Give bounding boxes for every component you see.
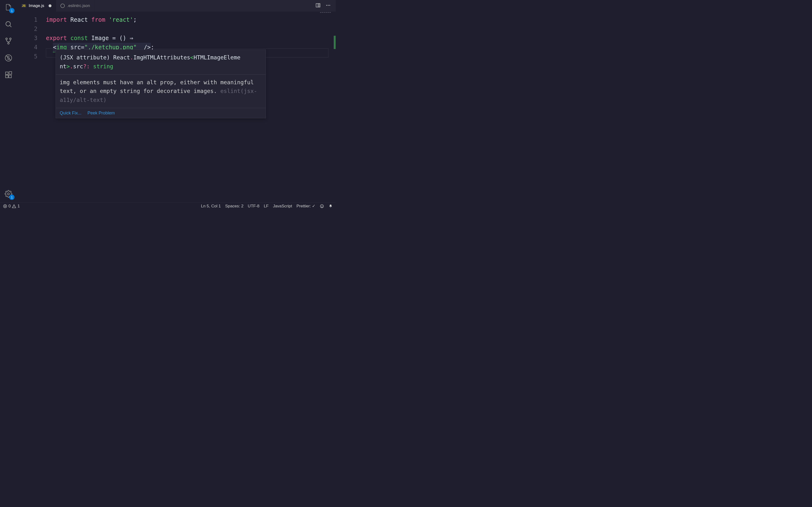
modified-dot-icon xyxy=(49,4,51,7)
extensions-icon[interactable] xyxy=(4,70,13,80)
minimap[interactable] xyxy=(320,12,331,15)
tab-label: .eslintrc.json xyxy=(67,3,90,8)
svg-rect-5 xyxy=(6,72,8,74)
source-control-icon[interactable] xyxy=(4,36,13,46)
tab-eslintrc[interactable]: .eslintrc.json xyxy=(56,0,95,12)
settings-badge: 1 xyxy=(9,194,14,200)
activity-bar: 1 xyxy=(0,0,17,202)
settings-gear-icon[interactable]: 1 xyxy=(4,189,13,199)
js-file-icon: JS xyxy=(21,4,27,8)
explorer-badge: 1 xyxy=(9,8,14,13)
search-icon[interactable] xyxy=(4,19,13,29)
more-actions-icon[interactable] xyxy=(325,3,331,9)
svg-point-9 xyxy=(7,193,9,195)
scrollbar[interactable] xyxy=(331,12,336,202)
line-gutter: 1 2 3 4 5 xyxy=(17,12,46,202)
svg-point-11 xyxy=(326,5,327,6)
code-line[interactable]: import React from 'react'; xyxy=(46,15,336,24)
diff-marker xyxy=(334,36,336,49)
eol-status[interactable]: LF xyxy=(264,204,269,209)
cursor-position-status[interactable]: Ln 5, Col 1 xyxy=(201,204,221,209)
no-debug-icon[interactable] xyxy=(4,53,13,63)
status-bar: 0 1 Ln 5, Col 1 Spaces: 2 UTF-8 LF JavaS… xyxy=(0,202,336,210)
code-editor[interactable]: 1 2 3 4 5 import React from 'react'; exp… xyxy=(17,12,336,202)
svg-point-2 xyxy=(10,38,11,40)
problems-status[interactable]: 0 1 xyxy=(3,204,20,209)
code-line[interactable] xyxy=(46,24,336,34)
json-file-icon xyxy=(60,4,65,8)
explorer-icon[interactable]: 1 xyxy=(4,2,13,12)
svg-point-17 xyxy=(322,206,323,206)
split-editor-icon[interactable] xyxy=(315,3,321,9)
tab-label: Image.js xyxy=(29,3,44,8)
warning-icon xyxy=(12,204,16,208)
indentation-status[interactable]: Spaces: 2 xyxy=(225,204,244,209)
tab-image-js[interactable]: JS Image.js xyxy=(17,0,56,12)
editor-area: JS Image.js .eslintrc.json xyxy=(17,0,336,202)
formatter-status[interactable]: Prettier: ✓ xyxy=(297,204,315,209)
svg-rect-6 xyxy=(6,75,8,78)
svg-rect-8 xyxy=(9,72,12,74)
hover-tooltip: ((JSX attribute)JSX attribute) React.Img… xyxy=(56,50,266,118)
code-line[interactable]: export const Image = () ⇒ xyxy=(46,34,336,43)
svg-point-13 xyxy=(329,5,331,6)
svg-point-0 xyxy=(6,21,10,26)
tab-bar: JS Image.js .eslintrc.json xyxy=(17,0,336,12)
svg-point-15 xyxy=(320,205,323,208)
svg-point-12 xyxy=(328,5,329,6)
svg-point-3 xyxy=(8,43,9,44)
hover-signature: ((JSX attribute)JSX attribute) React.Img… xyxy=(56,50,266,74)
encoding-status[interactable]: UTF-8 xyxy=(248,204,259,209)
svg-rect-7 xyxy=(9,75,11,78)
svg-point-1 xyxy=(6,38,7,40)
notifications-icon[interactable] xyxy=(328,204,333,208)
code-content[interactable]: import React from 'react'; export const … xyxy=(46,12,336,202)
feedback-icon[interactable] xyxy=(320,204,324,208)
hover-diagnostic: img elements must have an alt prop, eith… xyxy=(56,74,266,108)
quick-fix-link[interactable]: Quick Fix... xyxy=(60,111,82,116)
error-icon xyxy=(3,204,7,208)
language-status[interactable]: JavaScript xyxy=(273,204,292,209)
svg-point-16 xyxy=(321,206,322,206)
peek-problem-link[interactable]: Peek Problem xyxy=(88,111,115,116)
